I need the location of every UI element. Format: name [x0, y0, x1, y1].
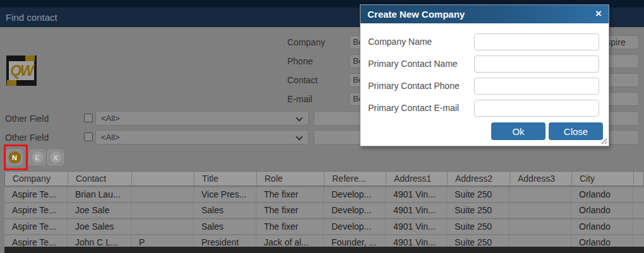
- other-field-label: Other Field: [5, 132, 49, 143]
- table-horizontal-scrollbar[interactable]: [4, 247, 644, 253]
- table-cell[interactable]: The fixer: [256, 203, 324, 218]
- other-field-dropdown[interactable]: <All>: [95, 130, 309, 144]
- column-header[interactable]: Role: [257, 172, 325, 185]
- dialog-field-label: Primary Contact E-mail: [368, 103, 459, 113]
- table-cell[interactable]: [510, 220, 571, 234]
- dropdown-selected-value: <All>: [101, 132, 120, 142]
- column-header[interactable]: City: [572, 172, 634, 185]
- table-cell[interactable]: [633, 203, 644, 218]
- table-cell[interactable]: Joe Sales: [68, 220, 131, 234]
- dialog-field-input[interactable]: [474, 56, 599, 73]
- column-header[interactable]: [634, 172, 644, 185]
- table-cell[interactable]: Vice Pres...: [194, 187, 256, 202]
- table-cell[interactable]: [633, 187, 644, 202]
- table-cell[interactable]: Aspire Te...: [4, 220, 68, 234]
- create-new-company-dialog: Create New Company × Company NamePrimary…: [360, 4, 609, 146]
- column-header[interactable]: Refere...: [325, 172, 386, 185]
- table-row[interactable]: Aspire Te...Joe SaleSalesThe fixerDevelo…: [4, 203, 644, 218]
- search-field-label: Company: [287, 37, 325, 47]
- table-cell[interactable]: [131, 187, 194, 202]
- table-cell[interactable]: Orlando: [571, 187, 633, 202]
- other-field-dropdown[interactable]: <All>: [95, 111, 309, 126]
- table-cell[interactable]: The fixer: [256, 187, 324, 202]
- resize-grip-icon[interactable]: [600, 138, 607, 144]
- table-cell[interactable]: [510, 203, 571, 218]
- table-cell[interactable]: Joe Sale: [68, 203, 131, 218]
- table-cell[interactable]: Suite 250: [447, 187, 510, 202]
- logo-gold-block-bottom: [7, 80, 16, 86]
- table-cell[interactable]: 4901 Vin...: [386, 187, 447, 202]
- table-row[interactable]: Aspire Te...Joe SalesSalesThe fixerDevel…: [4, 220, 644, 234]
- dialog-field-label: Primary Contact Name: [368, 59, 458, 69]
- ok-button[interactable]: Ok: [491, 122, 546, 140]
- chevron-down-icon: [295, 133, 302, 140]
- table-cell[interactable]: Aspire Te...: [4, 203, 68, 218]
- quotewerks-logo: QW: [6, 56, 37, 86]
- other-field-checkbox[interactable]: [84, 114, 93, 122]
- table-cell[interactable]: Develop...: [324, 220, 386, 234]
- dialog-field-label: Company Name: [368, 37, 432, 47]
- dialog-title: Create New Company: [361, 5, 609, 23]
- table-cell[interactable]: Develop...: [324, 187, 386, 202]
- search-field-label: E-mail: [287, 94, 313, 104]
- dropdown-selected-value: <All>: [101, 114, 120, 123]
- table-row[interactable]: Aspire Te...Brian Lau...Vice Pres...The …: [4, 187, 644, 202]
- logo-gold-block-top: [25, 56, 35, 61]
- table-cell[interactable]: Sales: [194, 220, 256, 234]
- close-icon[interactable]: ×: [595, 5, 602, 23]
- chevron-down-icon: [295, 114, 302, 121]
- delete-button[interactable]: X: [47, 150, 64, 165]
- column-header[interactable]: Contact: [68, 172, 132, 185]
- table-cell[interactable]: Orlando: [571, 220, 633, 234]
- new-icon: N: [9, 151, 21, 163]
- edit-button[interactable]: E: [29, 150, 45, 165]
- dialog-field-label: Primary Contact Phone: [368, 81, 460, 91]
- column-header[interactable]: Address3: [510, 172, 572, 185]
- column-header[interactable]: Company: [5, 172, 68, 185]
- table-cell[interactable]: Develop...: [324, 203, 386, 218]
- table-cell[interactable]: 4901 Vin...: [386, 203, 447, 218]
- dialog-field-input[interactable]: [474, 78, 599, 95]
- table-cell[interactable]: 4901 Vin...: [386, 220, 447, 234]
- column-header[interactable]: Address2: [448, 172, 510, 185]
- table-cell[interactable]: Suite 250: [447, 220, 510, 234]
- search-field-label: Phone: [287, 56, 313, 66]
- search-field-label: Contact: [287, 75, 318, 85]
- table-cell[interactable]: The fixer: [256, 220, 324, 234]
- edit-icon: E: [32, 151, 44, 163]
- table-cell[interactable]: Brian Lau...: [68, 187, 131, 202]
- table-cell[interactable]: [633, 220, 644, 234]
- close-button[interactable]: Close: [549, 122, 603, 140]
- find-contact-window: Find contact QW CompanyBegins withAspire…: [0, 0, 644, 253]
- dialog-field-input[interactable]: [474, 100, 599, 117]
- dialog-field-input[interactable]: [474, 33, 599, 50]
- table-cell[interactable]: Aspire Te...: [4, 187, 68, 202]
- table-cell[interactable]: Sales: [194, 203, 256, 218]
- logo-text: QW: [10, 62, 33, 79]
- other-field-label: Other Field: [5, 114, 49, 124]
- column-header[interactable]: Title: [194, 172, 257, 185]
- table-cell[interactable]: [131, 220, 194, 234]
- table-cell[interactable]: Suite 250: [447, 203, 510, 218]
- table-cell[interactable]: [510, 187, 571, 202]
- new-button[interactable]: N: [6, 150, 23, 165]
- other-field-checkbox[interactable]: [84, 132, 93, 141]
- table-cell[interactable]: [131, 203, 194, 218]
- column-header[interactable]: [132, 172, 194, 185]
- delete-icon: X: [50, 151, 62, 163]
- results-table-header: CompanyContactTitleRoleRefere...Address1…: [4, 171, 644, 186]
- column-header[interactable]: Address1: [386, 172, 448, 185]
- table-cell[interactable]: Orlando: [571, 203, 633, 218]
